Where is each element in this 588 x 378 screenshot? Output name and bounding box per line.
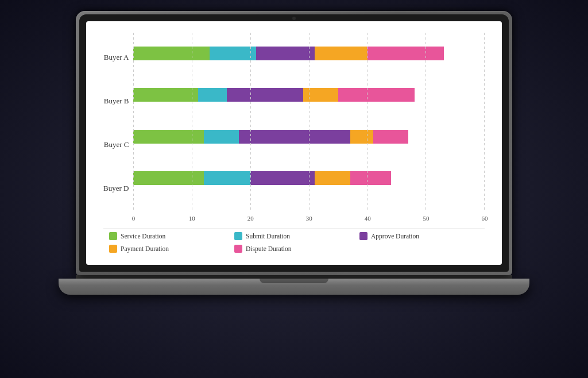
legend-item-service: Service Duration	[109, 232, 229, 240]
grid-line	[367, 33, 368, 210]
screen-bezel: Buyer ABuyer BBuyer CBuyer D 01020304050…	[79, 14, 509, 272]
legend-label-approve: Approve Duration	[371, 233, 419, 240]
grid-line	[309, 33, 310, 210]
laptop-wrapper: Buyer ABuyer BBuyer CBuyer D 01020304050…	[59, 11, 529, 367]
x-tick: 30	[306, 215, 312, 222]
camera-dot	[292, 17, 296, 20]
legend-label-service: Service Duration	[121, 233, 165, 240]
grid-lines	[133, 33, 485, 210]
grid-line	[484, 33, 485, 210]
legend-item-dispute: Dispute Duration	[234, 245, 354, 253]
grid-line	[133, 33, 134, 210]
grid-line	[425, 33, 426, 210]
y-label: Buyer B	[103, 93, 129, 109]
y-label: Buyer C	[103, 137, 129, 153]
x-tick: 10	[189, 215, 195, 222]
laptop-screen: Buyer ABuyer BBuyer CBuyer D 01020304050…	[76, 11, 512, 275]
chart-legend: Service DurationSubmit DurationApprove D…	[103, 228, 485, 256]
y-axis-labels: Buyer ABuyer BBuyer CBuyer D	[103, 33, 133, 222]
legend-label-dispute: Dispute Duration	[246, 245, 292, 252]
chart-container: Buyer ABuyer BBuyer CBuyer D 01020304050…	[103, 33, 485, 256]
legend-label-submit: Submit Duration	[246, 233, 290, 240]
legend-swatch-service	[109, 232, 117, 240]
legend-swatch-payment	[109, 245, 117, 253]
bars-area: 0102030405060	[133, 33, 485, 222]
x-tick: 60	[482, 215, 488, 222]
y-label: Buyer A	[103, 49, 129, 65]
y-label: Buyer D	[103, 180, 129, 196]
legend-item-payment: Payment Duration	[109, 245, 229, 253]
laptop-base	[59, 279, 529, 295]
chart-area: Buyer ABuyer BBuyer CBuyer D 01020304050…	[103, 33, 485, 225]
legend-item-approve: Approve Duration	[359, 232, 479, 240]
grid-line	[250, 33, 251, 210]
legend-item-submit: Submit Duration	[234, 232, 354, 240]
grid-line	[192, 33, 192, 210]
x-tick: 50	[423, 215, 430, 222]
x-axis-labels: 0102030405060	[133, 210, 485, 222]
legend-swatch-approve	[359, 232, 368, 240]
legend-label-payment: Payment Duration	[121, 245, 169, 252]
legend-swatch-submit	[234, 232, 242, 240]
x-tick: 20	[247, 215, 254, 222]
screen-content: Buyer ABuyer BBuyer CBuyer D 01020304050…	[86, 21, 502, 265]
x-tick: 40	[365, 215, 371, 222]
x-tick: 0	[132, 215, 136, 222]
legend-swatch-dispute	[234, 245, 242, 253]
